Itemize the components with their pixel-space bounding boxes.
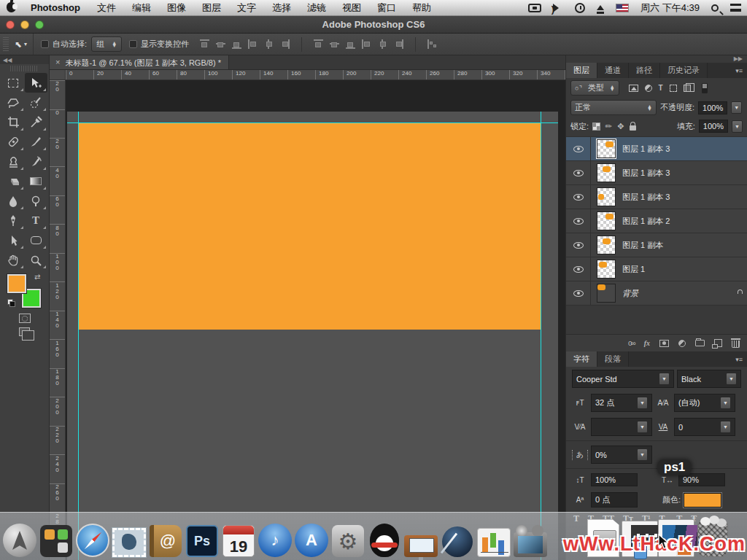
filter-pixel-layers-icon[interactable] (629, 85, 638, 92)
default-colors-icon[interactable] (7, 299, 15, 306)
delete-layer-icon[interactable] (732, 341, 740, 348)
visibility-cell[interactable] (566, 137, 591, 160)
dock-item[interactable]: ⚙ (330, 519, 366, 557)
filter-shape-layers-icon[interactable] (670, 85, 677, 92)
distribute-vertical-centers-button[interactable] (329, 39, 340, 50)
distribute-left-edges-button[interactable] (361, 39, 372, 50)
layer-row[interactable]: 图层 1 副本 3 (566, 185, 747, 209)
move-tool[interactable] (25, 73, 47, 93)
menu-item[interactable]: 文件 (89, 1, 124, 15)
panel-menu-icon[interactable]: ▾≡ (731, 353, 747, 366)
layer-row[interactable]: 图层 1 (566, 257, 747, 281)
guide-vertical-left[interactable] (78, 112, 79, 560)
kerning-dropdown[interactable]: ▼ (591, 418, 652, 436)
layer-style-fx-icon[interactable]: fx (644, 339, 650, 347)
menu-item[interactable]: 选择 (264, 1, 299, 15)
layer-name[interactable]: 图层 1 副本 3 (622, 168, 747, 179)
align-left-edges-button[interactable] (247, 39, 258, 50)
add-layer-mask-icon[interactable] (659, 340, 669, 347)
dock-item[interactable] (476, 519, 512, 557)
auto-select-dropdown[interactable]: 组 ▲▼ (91, 36, 122, 52)
baseline-shift-value[interactable]: 0 点 (591, 492, 638, 508)
fill-value[interactable]: 100% (699, 120, 728, 133)
document-canvas[interactable] (67, 112, 558, 560)
menu-item[interactable]: 图层 (194, 1, 229, 15)
clone-stamp-tool[interactable] (2, 152, 25, 171)
close-tab-icon[interactable]: × (55, 58, 60, 69)
crop-tool[interactable] (2, 112, 25, 132)
input-language-flag-icon[interactable] (616, 4, 629, 12)
layer-row[interactable]: 图层 1 副本 3 (566, 161, 747, 185)
menu-item[interactable]: 编辑 (124, 1, 159, 15)
dock-item[interactable] (366, 519, 403, 557)
panel-tab[interactable]: 图层 (566, 63, 597, 78)
vertical-ruler[interactable]: 2 002 04 06 08 01 0 01 2 01 4 01 6 01 8 … (50, 80, 66, 560)
align-horizontal-centers-button[interactable] (263, 39, 274, 50)
document-tab[interactable]: × 未标题-1 @ 67.1% (图层 1 副本 3, RGB/8) * (50, 55, 229, 69)
swap-colors-icon[interactable]: ⇄ (34, 273, 40, 281)
align-vertical-centers-button[interactable] (215, 39, 226, 50)
distribute-horizontal-centers-button[interactable] (377, 39, 388, 50)
dock-item[interactable] (439, 519, 476, 557)
font-family-dropdown[interactable]: Cooper Std ▼ (572, 370, 674, 388)
rounded-rectangle-tool[interactable] (25, 230, 47, 250)
layer-row[interactable]: 图层 1 副本 3 (566, 137, 747, 161)
filter-toggle-switch[interactable] (702, 83, 708, 93)
layer-thumbnail[interactable] (597, 187, 616, 206)
blend-mode-dropdown[interactable]: 正常 ▲▼ (570, 100, 657, 115)
tsume-dropdown[interactable]: 0% ▼ (591, 446, 652, 464)
layer-name[interactable]: 图层 1 副本 3 (622, 144, 747, 155)
panel-tab[interactable]: 段落 (597, 351, 629, 367)
visibility-cell[interactable] (566, 161, 591, 184)
opacity-dropdown-button[interactable]: ▼ (731, 101, 742, 114)
dock-item[interactable] (512, 519, 549, 557)
filter-smart-objects-icon[interactable] (684, 85, 691, 92)
spotlight-search-icon[interactable] (711, 4, 719, 12)
path-selection-tool[interactable] (2, 230, 25, 250)
distribute-top-edges-button[interactable] (313, 39, 324, 50)
volume-icon[interactable] (553, 4, 563, 12)
dodge-tool[interactable] (25, 191, 47, 211)
zoom-window-button[interactable] (35, 20, 44, 29)
panel-tab[interactable]: 路径 (629, 63, 660, 78)
layer-row[interactable]: 图层 1 副本 2 (566, 209, 747, 233)
lock-position-icon[interactable]: ✥ (617, 122, 624, 131)
guide-vertical-right[interactable] (541, 112, 541, 560)
dock-item[interactable]: @ (147, 519, 184, 557)
tracking-dropdown[interactable]: 0 ▼ (674, 418, 735, 436)
dock-item[interactable] (403, 519, 439, 557)
layer-thumbnail[interactable] (597, 260, 616, 279)
eraser-tool[interactable] (2, 171, 25, 191)
toolbox-grip[interactable] (10, 66, 39, 71)
panel-collapse-button[interactable]: ▶▶ (566, 55, 747, 63)
menu-item[interactable]: 视图 (334, 1, 369, 15)
rectangular-marquee-tool[interactable] (2, 73, 25, 93)
new-layer-icon[interactable] (714, 339, 722, 347)
blur-tool[interactable] (2, 191, 25, 211)
link-layers-icon[interactable]: ο∞ (628, 339, 635, 347)
options-grip[interactable] (3, 37, 9, 52)
font-style-dropdown[interactable]: Black ▼ (677, 370, 741, 388)
type-tool[interactable]: T (25, 211, 47, 230)
layer-name[interactable]: 图层 1 副本 2 (622, 216, 747, 227)
layer-thumbnail[interactable] (597, 284, 616, 303)
history-brush-tool[interactable] (25, 152, 47, 171)
hand-tool[interactable] (2, 250, 25, 270)
layer-thumbnail[interactable] (597, 139, 616, 158)
layer-name[interactable]: 图层 1 (622, 264, 747, 275)
horizontal-ruler[interactable]: 0204060801001201401601802002202402602803… (66, 70, 565, 80)
quick-mask-button[interactable] (19, 314, 31, 323)
panel-menu-icon[interactable]: ▾≡ (731, 64, 747, 77)
layer-thumbnail[interactable] (597, 163, 616, 182)
layer-row[interactable]: 背景 (566, 281, 747, 306)
visibility-cell[interactable] (566, 257, 591, 281)
lock-pixels-icon[interactable]: ✎ (603, 120, 615, 132)
align-top-edges-button[interactable] (199, 39, 210, 50)
layer-thumbnail[interactable] (597, 211, 616, 230)
orange-rectangle-artwork[interactable] (78, 122, 541, 330)
quick-selection-tool[interactable] (25, 93, 47, 112)
minimize-window-button[interactable] (20, 20, 29, 29)
dock-item[interactable] (111, 519, 147, 557)
menu-item[interactable]: 文字 (229, 1, 264, 15)
display-mirroring-icon[interactable] (528, 4, 541, 12)
